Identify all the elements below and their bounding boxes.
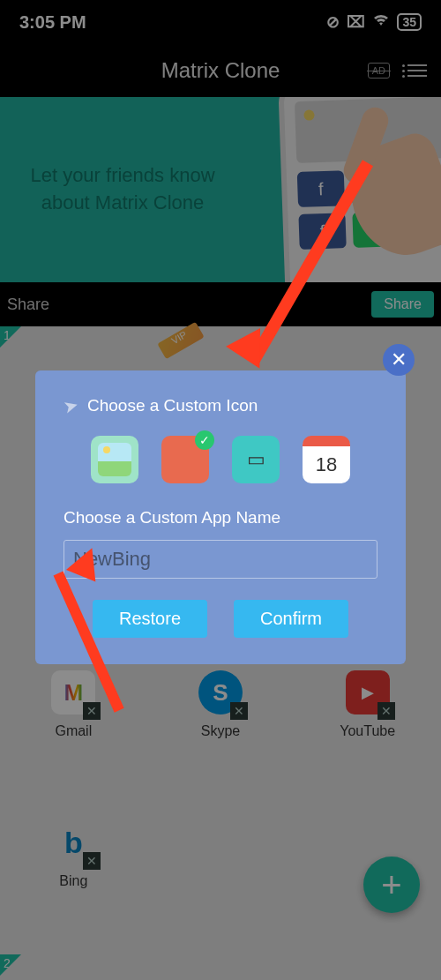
dialog-subtitle: Choose a Custom App Name (64, 508, 377, 527)
confirm-button[interactable]: Confirm (234, 600, 348, 638)
custom-icon-dialog: ✕ ➤ Choose a Custom Icon ✓ ▭ 18 Choose a… (35, 370, 406, 664)
icon-option-notebook[interactable]: ▭ (232, 436, 280, 483)
icon-options: ✓ ▭ 18 (64, 436, 377, 483)
restore-button[interactable]: Restore (93, 600, 207, 638)
icon-option-gallery[interactable] (91, 436, 138, 483)
cursor-icon: ➤ (61, 393, 81, 418)
icon-option-wallet[interactable]: ✓ (161, 436, 209, 483)
icon-option-calendar[interactable]: 18 (303, 436, 350, 483)
app-name-input[interactable] (64, 540, 377, 579)
close-button[interactable]: ✕ (383, 344, 415, 376)
check-icon: ✓ (195, 430, 214, 450)
dialog-title: Choose a Custom Icon (87, 396, 258, 415)
